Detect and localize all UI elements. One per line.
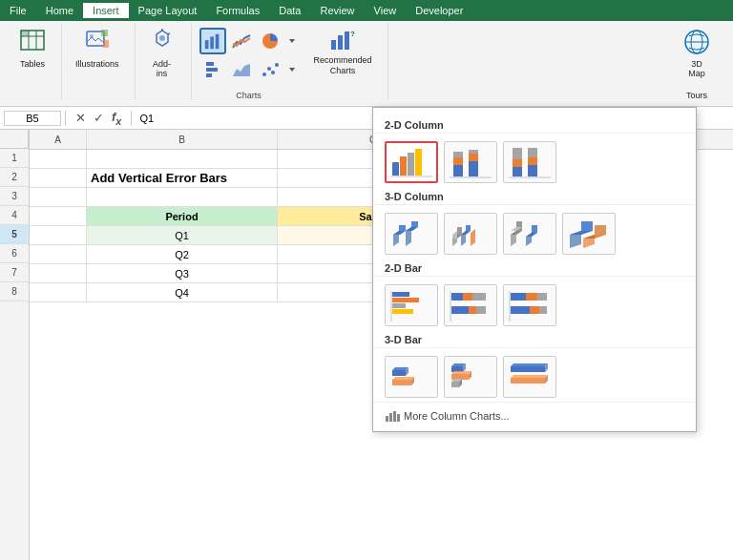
- row-1[interactable]: 1: [0, 149, 29, 168]
- row-6[interactable]: 6: [0, 244, 29, 263]
- svg-marker-115: [511, 375, 548, 378]
- svg-rect-12: [204, 40, 208, 49]
- cell-a4[interactable]: [30, 207, 87, 226]
- addins-button[interactable]: Add-ins: [143, 24, 181, 81]
- svg-rect-120: [397, 414, 400, 422]
- svg-rect-94: [539, 306, 547, 314]
- svg-rect-90: [526, 293, 537, 301]
- confirm-formula-icon[interactable]: ✓: [92, 111, 106, 125]
- row-7[interactable]: 7: [0, 263, 29, 282]
- svg-rect-31: [392, 162, 399, 176]
- menu-insert[interactable]: Insert: [83, 3, 129, 18]
- 3d-bar-chart-2[interactable]: [444, 356, 497, 398]
- menu-home[interactable]: Home: [36, 3, 83, 18]
- cell-b5[interactable]: Q1: [87, 226, 278, 245]
- pie-chart-button[interactable]: [257, 28, 283, 54]
- 3d-column-chart-3[interactable]: [503, 213, 556, 255]
- cell-b1[interactable]: [87, 150, 278, 169]
- menu-view[interactable]: View: [365, 3, 407, 18]
- ribbon-group-recommended: ? RecommendedCharts: [303, 24, 388, 100]
- svg-rect-40: [469, 154, 478, 161]
- svg-rect-13: [210, 36, 214, 49]
- col-header-a[interactable]: A: [30, 130, 87, 149]
- 3dmap-button[interactable]: 3DMap: [678, 24, 716, 81]
- area-chart-button[interactable]: [228, 56, 255, 83]
- 3d-column-chart-4[interactable]: [562, 213, 616, 255]
- cell-a8[interactable]: [30, 283, 87, 302]
- svg-rect-118: [389, 413, 392, 422]
- cell-b2[interactable]: Add Vertical Error Bars: [87, 169, 278, 188]
- 3d-bar-chart-3[interactable]: [503, 356, 556, 398]
- menu-developer[interactable]: Developer: [406, 3, 472, 18]
- menu-review[interactable]: Review: [310, 3, 364, 18]
- menu-data[interactable]: Data: [269, 3, 310, 18]
- svg-point-9: [159, 35, 165, 41]
- formula-sep2: [131, 111, 132, 126]
- svg-marker-23: [289, 68, 295, 72]
- svg-rect-17: [206, 68, 218, 72]
- cell-a7[interactable]: [30, 264, 87, 283]
- row-8[interactable]: 8: [0, 282, 29, 301]
- svg-line-11: [168, 33, 170, 34]
- svg-rect-46: [528, 165, 537, 176]
- svg-marker-54: [406, 227, 418, 231]
- cell-b8[interactable]: Q4: [87, 283, 278, 302]
- bar-chart-button[interactable]: [199, 56, 226, 83]
- insert-function-icon[interactable]: fx: [110, 110, 123, 127]
- column-chart-button[interactable]: [199, 28, 226, 54]
- col-header-b[interactable]: B: [87, 130, 278, 149]
- 3d-bar-chart-1[interactable]: [385, 356, 438, 398]
- 100pct-stacked-column-chart[interactable]: [503, 141, 556, 183]
- svg-rect-85: [451, 306, 469, 314]
- cell-b7[interactable]: Q3: [87, 264, 278, 283]
- svg-marker-63: [471, 229, 475, 246]
- svg-rect-26: [345, 31, 349, 50]
- svg-marker-69: [526, 233, 537, 237]
- 3d-column-chart-2[interactable]: [444, 213, 497, 255]
- row-5[interactable]: 5: [0, 225, 29, 244]
- cell-b3[interactable]: [87, 188, 278, 207]
- clustered-bar-chart[interactable]: [385, 284, 438, 326]
- svg-rect-119: [393, 411, 396, 422]
- menu-file[interactable]: File: [0, 3, 36, 18]
- svg-rect-16: [206, 62, 214, 66]
- cancel-formula-icon[interactable]: ✕: [73, 111, 88, 125]
- charts-more-button[interactable]: [285, 56, 299, 83]
- 2d-column-row: [373, 137, 696, 187]
- section-2d-bar: 2-D Bar: [373, 259, 696, 277]
- svg-marker-75: [583, 235, 606, 239]
- menu-formulas[interactable]: Formulas: [206, 3, 269, 18]
- svg-marker-55: [411, 221, 418, 227]
- cell-b4[interactable]: Period: [87, 207, 278, 226]
- cell-a1[interactable]: [30, 150, 87, 169]
- stacked-column-chart[interactable]: [444, 141, 497, 183]
- charts-dropdown-button[interactable]: [285, 28, 299, 54]
- cell-a3[interactable]: [30, 188, 87, 207]
- cell-b6[interactable]: Q2: [87, 245, 278, 264]
- stacked-bar-chart[interactable]: [444, 284, 497, 326]
- more-column-charts-link[interactable]: More Column Charts...: [373, 402, 696, 427]
- row-2[interactable]: 2: [0, 168, 29, 187]
- chart-icons-row1: [199, 28, 299, 54]
- cell-reference-input[interactable]: [4, 111, 61, 126]
- svg-marker-99: [392, 380, 411, 385]
- cell-a5[interactable]: [30, 226, 87, 245]
- tours-label: Tours: [686, 91, 707, 100]
- 100pct-bar-chart[interactable]: [503, 284, 556, 326]
- line-chart-button[interactable]: [228, 28, 255, 54]
- illustrations-button[interactable]: Illustrations: [70, 24, 125, 72]
- tables-button[interactable]: Tables: [13, 24, 52, 72]
- svg-rect-36: [453, 165, 463, 176]
- section-2d-column: 2-D Column: [373, 115, 696, 134]
- svg-rect-77: [392, 292, 409, 297]
- 3d-column-chart-1[interactable]: [385, 213, 438, 255]
- recommended-charts-button[interactable]: ? RecommendedCharts: [308, 24, 378, 79]
- row-3[interactable]: 3: [0, 187, 29, 206]
- menu-pagelayout[interactable]: Page Layout: [129, 3, 207, 18]
- scatter-chart-button[interactable]: [257, 56, 283, 83]
- cell-a2[interactable]: [30, 169, 87, 188]
- row-4[interactable]: 4: [0, 206, 29, 225]
- chart-type-dropdown: 2-D Column: [372, 107, 697, 432]
- clustered-column-chart[interactable]: [385, 141, 438, 183]
- cell-a6[interactable]: [30, 245, 87, 264]
